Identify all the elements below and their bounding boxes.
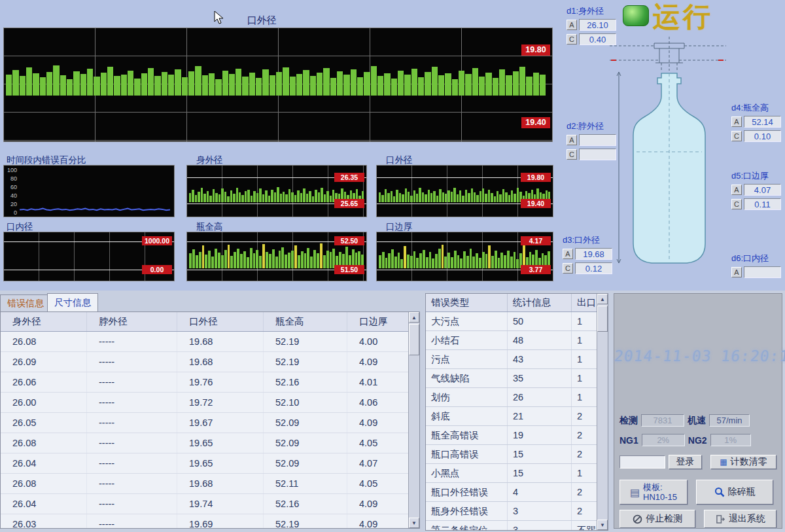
chart-bar (396, 190, 398, 202)
chart-bar (283, 67, 288, 96)
table-row[interactable]: 斜底212 (426, 407, 608, 426)
remove-broken-bottle-button[interactable]: 除碎瓶 (696, 480, 773, 505)
chart-bar (313, 250, 316, 268)
table-cell: 大污点 (426, 312, 508, 331)
chart-bar (201, 188, 203, 202)
table-cell: 26.03 (1, 514, 87, 529)
chart-bar (504, 255, 506, 268)
template-button[interactable]: ▤ 模板: HN10-15 (619, 480, 688, 505)
key-c[interactable]: C (731, 199, 742, 209)
document-stack-icon: ▤ (630, 486, 640, 499)
error-table-scrollbar[interactable]: ▲ ▼ (597, 294, 608, 530)
key-a[interactable]: A (731, 185, 742, 195)
chart-bar (494, 196, 496, 202)
mouth-id-bars (6, 241, 171, 268)
key-c[interactable]: C (563, 263, 573, 274)
table-cell: 小黑点 (426, 464, 508, 483)
table-row[interactable]: 大污点501 (426, 312, 608, 331)
chart-bar (506, 75, 512, 96)
table-cell: 26.04 (1, 494, 87, 514)
d5-a-value: 4.07 (744, 184, 781, 196)
table-row[interactable]: 26.06-----19.7652.164.01 (1, 372, 420, 393)
key-a[interactable]: A (731, 116, 742, 127)
table-row[interactable]: 小结石481 (426, 331, 608, 350)
mouth-id-upper-badge: 1000.00 (142, 236, 172, 245)
scroll-down-icon[interactable]: ▼ (597, 520, 608, 530)
table-row[interactable]: 26.04-----19.6552.094.07 (1, 453, 420, 474)
scroll-up-icon[interactable]: ▲ (409, 312, 419, 323)
chart-bar (519, 67, 525, 96)
login-button[interactable]: 登录 (669, 455, 702, 469)
chart-bar (162, 72, 167, 96)
table-row[interactable]: 26.04-----19.7452.164.09 (1, 494, 420, 514)
exit-door-icon (716, 514, 725, 524)
table-cell: 52.09 (264, 413, 347, 433)
stop-detection-button[interactable]: 停止检测 (619, 510, 695, 528)
table-row[interactable]: 26.08-----19.6852.194.00 (1, 332, 420, 352)
table-row[interactable]: 小黑点151 (426, 464, 608, 483)
scrollbar-track[interactable] (597, 304, 608, 520)
run-status-label: 运行 (653, 0, 713, 35)
column-header: 统计信息 (508, 294, 572, 312)
key-a[interactable]: A (563, 249, 573, 259)
table-row[interactable]: 26.00-----19.7252.104.06 (1, 393, 420, 413)
table-cell: ----- (87, 494, 177, 514)
chart-bar (432, 258, 434, 268)
table-row[interactable]: 26.08-----19.6552.094.05 (1, 433, 420, 453)
table-cell: 19.68 (177, 474, 264, 494)
chart-bar (202, 75, 208, 96)
chart-bar (330, 78, 336, 96)
column-header: 瓶全高 (264, 312, 347, 332)
dimension-table-scrollbar[interactable]: ▲ ▼ (408, 312, 419, 528)
chart-bar (275, 257, 278, 268)
detect-value: 7831 (641, 414, 684, 427)
chart-bar (245, 191, 247, 202)
table-row[interactable]: 污点431 (426, 350, 608, 369)
chart-bar (323, 255, 326, 269)
key-c[interactable]: C (567, 149, 577, 160)
lip-thickness-chart: 4.17 3.77 (376, 232, 553, 281)
chart-bar (379, 255, 381, 268)
counter-reset-button[interactable]: ▦ 计数清零 (710, 455, 776, 469)
template-label-line2: HN10-15 (643, 492, 677, 502)
table-row[interactable]: 第二条线定位...3不踢废 (426, 521, 608, 531)
chart-bar (280, 194, 282, 202)
table-row[interactable]: 瓶口外径错误42 (426, 483, 608, 502)
chart-bar (540, 75, 546, 96)
table-row[interactable]: 26.09-----19.6852.194.09 (1, 352, 420, 372)
stop-circle-slash-icon (633, 514, 642, 524)
table-row[interactable]: 瓶口高错误152 (426, 445, 608, 464)
key-a[interactable]: A (567, 20, 577, 30)
scrollbar-track[interactable] (409, 323, 419, 518)
key-c[interactable]: C (567, 34, 577, 44)
table-row[interactable]: 划伤261 (426, 388, 608, 407)
chart-bar (470, 249, 472, 268)
chart-bar (385, 189, 387, 202)
password-input[interactable] (619, 455, 665, 469)
chart-bar (405, 188, 407, 202)
key-a[interactable]: A (731, 267, 742, 277)
key-c[interactable]: C (731, 131, 742, 141)
table-row[interactable]: 气线缺陷351 (426, 369, 608, 388)
tab-dimension-info[interactable]: 尺寸信息 (47, 293, 98, 311)
error-table: 错误类型统计信息出口大污点501小结石481污点431气线缺陷351划伤261斜… (426, 294, 597, 531)
chart-bar (279, 251, 281, 268)
chart-bar (277, 187, 279, 202)
scroll-down-icon[interactable]: ▼ (409, 518, 419, 528)
speed-value: 57/min (709, 414, 750, 427)
chart-bar (465, 190, 467, 202)
tab-error-info[interactable]: 错误信息 (0, 294, 51, 311)
scrollbar-thumb[interactable] (409, 324, 419, 355)
chart-bar (60, 75, 66, 96)
table-row[interactable]: 瓶全高错误192 (426, 426, 608, 445)
chart-bar (228, 245, 230, 268)
table-row[interactable]: 瓶身外径错误32 (426, 502, 608, 521)
table-row[interactable]: 26.03-----19.6952.194.09 (1, 514, 420, 529)
scrollbar-thumb[interactable] (597, 306, 608, 332)
exit-system-button[interactable]: 退出系统 (704, 510, 776, 528)
key-a[interactable]: A (567, 135, 577, 145)
scroll-up-icon[interactable]: ▲ (597, 294, 608, 304)
table-row[interactable]: 26.08-----19.6852.114.05 (1, 474, 420, 494)
chart-bar (230, 256, 233, 268)
table-row[interactable]: 26.05-----19.6752.094.09 (1, 413, 420, 433)
